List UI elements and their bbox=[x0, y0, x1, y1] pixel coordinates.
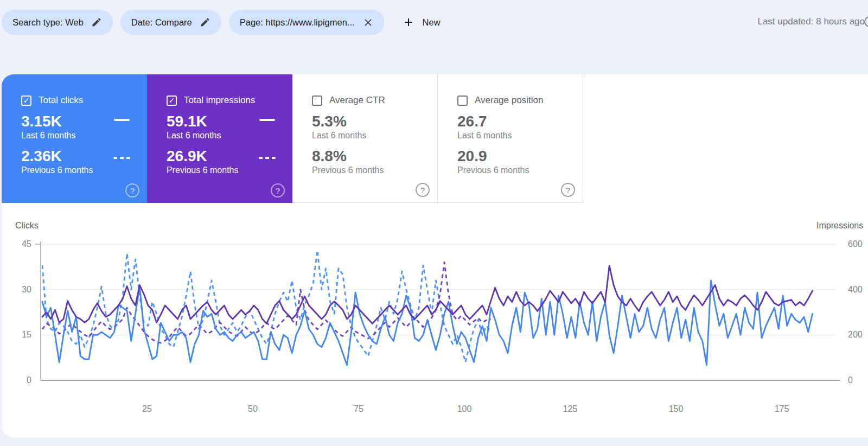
line-chart-canvas[interactable] bbox=[0, 0, 868, 446]
performance-chart: Clicks Impressions 453015060040020002550… bbox=[0, 0, 868, 446]
series-clicks-previous-6-months bbox=[42, 250, 491, 362]
series-impressions-last-6-months bbox=[42, 266, 813, 324]
